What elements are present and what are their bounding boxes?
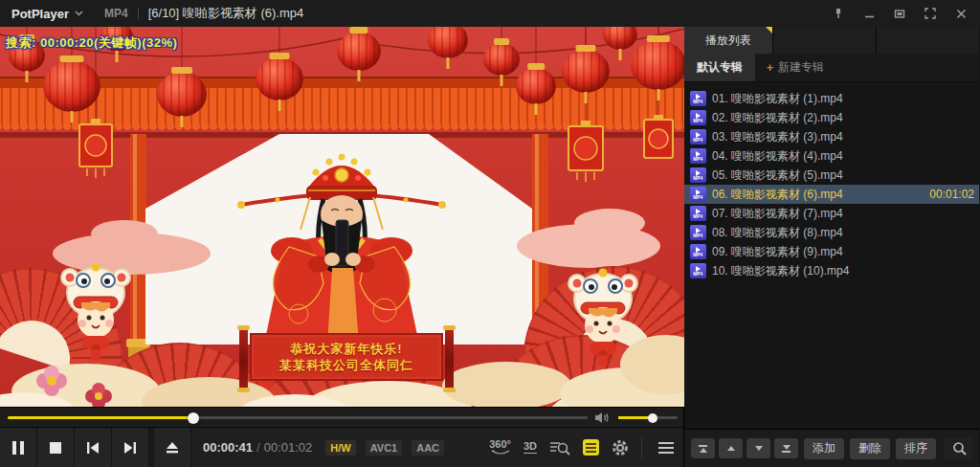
seek-handle[interactable] <box>188 412 199 424</box>
tab-default-album[interactable]: 默认专辑 <box>684 54 755 81</box>
minimize-button[interactable] <box>858 4 880 23</box>
seek-progress <box>8 416 193 419</box>
close-icon <box>956 9 967 19</box>
tab-empty-2[interactable] <box>876 27 979 54</box>
stop-button[interactable] <box>37 428 75 467</box>
playlist-item-9[interactable]: MP4 09. 嗖啪影视素材 (9).mp4 <box>684 242 979 261</box>
settings-gear-icon[interactable] <box>612 439 629 456</box>
lantern <box>516 68 556 104</box>
previous-button[interactable] <box>75 428 112 467</box>
volume-slider[interactable] <box>618 416 678 419</box>
next-button[interactable] <box>112 428 149 467</box>
lantern <box>256 57 303 100</box>
scene-search-button[interactable] <box>549 440 570 456</box>
pause-button[interactable] <box>0 428 37 467</box>
item-label: 10. 嗖啪影视素材 (10).mp4 <box>712 263 849 279</box>
video-stage[interactable]: 恭祝大家新年快乐! 某某科技公司全体同仁 搜索: 00:00:20(关键帧)(3… <box>0 27 684 407</box>
volume-icon[interactable] <box>593 411 611 425</box>
move-down-button[interactable] <box>746 438 770 458</box>
seek-osd-text: 搜索: 00:00:20(关键帧)(32%) <box>6 34 177 52</box>
playlist-item-1[interactable]: MP4 01. 嗖啪影视素材 (1).mp4 <box>684 89 979 108</box>
item-label: 08. 嗖啪影视素材 (8).mp4 <box>712 225 843 241</box>
mp4-file-icon: MP4 <box>690 263 706 278</box>
playlist-tab-label: 播放列表 <box>705 33 751 49</box>
potplayer-window: PotPlayer MP4 [6/10] 嗖啪影视素材 (6).mp4 <box>0 0 980 467</box>
tab-empty-1[interactable] <box>772 27 876 54</box>
previous-icon <box>86 441 100 455</box>
app-name: PotPlayer <box>11 7 69 21</box>
cream-cloud <box>442 362 571 407</box>
titlebar: PotPlayer MP4 [6/10] 嗖啪影视素材 (6).mp4 <box>0 0 980 27</box>
playlist-item-10[interactable]: MP4 10. 嗖啪影视素材 (10).mp4 <box>684 261 979 280</box>
fullscreen-button[interactable] <box>919 4 942 23</box>
eject-button[interactable] <box>154 428 191 467</box>
playlist-item-4[interactable]: MP4 04. 嗖啪影视素材 (4).mp4 <box>684 146 979 166</box>
mp4-file-icon: MP4 <box>690 91 706 106</box>
add-button[interactable]: 添加 <box>804 438 844 459</box>
menu-button[interactable] <box>655 438 678 457</box>
video-3d-button[interactable]: 3D <box>523 441 537 454</box>
lantern <box>483 43 520 76</box>
playlist-search-input[interactable] <box>944 437 972 459</box>
stop-icon <box>50 442 61 454</box>
item-label: 04. 嗖啪影视素材 (4).mp4 <box>712 148 843 165</box>
next-icon <box>123 441 137 455</box>
app-menu-button[interactable]: PotPlayer <box>11 7 83 21</box>
rotate-arc-icon <box>491 450 510 456</box>
volume-handle[interactable] <box>648 413 657 423</box>
item-label: 05. 嗖啪影视素材 (5).mp4 <box>712 167 843 184</box>
playlist-footer: 添加 删除 排序 <box>684 429 979 467</box>
hw-decoding-badge[interactable]: H/W <box>325 440 355 456</box>
video-360-label: 360° <box>489 439 511 450</box>
format-badge: MP4 <box>104 7 128 20</box>
close-button[interactable] <box>949 4 972 23</box>
banner-body: 恭祝大家新年快乐! 某某科技公司全体同仁 <box>250 333 443 381</box>
mp4-file-icon: MP4 <box>690 110 706 125</box>
playlist-item-3[interactable]: MP4 03. 嗖啪影视素材 (3).mp4 <box>684 127 979 146</box>
lantern <box>157 72 207 117</box>
item-duration: 00:01:02 <box>929 188 974 201</box>
playlist-item-6-active[interactable]: MP4 06. 嗖啪影视素材 (6).mp4 00:01:02 <box>684 185 979 204</box>
mp4-file-icon: MP4 <box>690 225 706 240</box>
tab-playlist[interactable]: 播放列表 <box>684 27 772 54</box>
item-label: 01. 嗖啪影视素材 (1).mp4 <box>712 91 843 107</box>
move-top-button[interactable] <box>691 438 715 458</box>
pin-icon <box>833 8 844 19</box>
time-separator: / <box>256 440 260 455</box>
video-360-button[interactable]: 360° <box>489 439 511 456</box>
audio-codec-badge[interactable]: AAC <box>412 440 444 456</box>
seek-bar[interactable] <box>8 416 588 419</box>
playlist-item-5[interactable]: MP4 05. 嗖啪影视素材 (5).mp4 <box>684 166 979 185</box>
delete-button[interactable]: 删除 <box>850 438 890 459</box>
lantern <box>43 60 100 112</box>
mp4-file-icon: MP4 <box>690 206 706 221</box>
maximize-icon <box>894 9 905 19</box>
playlist-items: MP4 01. 嗖啪影视素材 (1).mp4 MP4 02. 嗖啪影视素材 (2… <box>684 82 979 429</box>
move-up-button[interactable] <box>719 438 743 458</box>
lantern <box>631 40 684 90</box>
player-area: 恭祝大家新年快乐! 某某科技公司全体同仁 搜索: 00:00:20(关键帧)(3… <box>0 27 684 467</box>
mp4-file-icon: MP4 <box>690 148 706 164</box>
mp4-file-icon: MP4 <box>690 187 706 202</box>
eject-icon <box>166 441 179 454</box>
maximize-button[interactable] <box>888 4 911 23</box>
pink-cloud <box>91 220 158 247</box>
video-3d-label: 3D <box>523 441 537 454</box>
mp4-file-icon: MP4 <box>690 167 706 183</box>
playlist-item-2[interactable]: MP4 02. 嗖啪影视素材 (2).mp4 <box>684 108 979 127</box>
video-codec-badge[interactable]: AVC1 <box>366 440 403 456</box>
playlist-toggle-button[interactable] <box>583 439 599 456</box>
current-time: 00:00:41 <box>203 440 253 455</box>
move-bottom-button[interactable] <box>774 438 798 458</box>
sort-button[interactable]: 排序 <box>896 438 936 459</box>
banner-rod <box>445 327 454 390</box>
mp4-file-icon: MP4 <box>690 129 706 145</box>
new-album-button[interactable]: + 新建专辑 <box>755 54 835 81</box>
banner-text-line1: 恭祝大家新年快乐! <box>290 342 402 357</box>
item-label: 03. 嗖啪影视素材 (3).mp4 <box>712 129 843 145</box>
playlist-item-7[interactable]: MP4 07. 嗖啪影视素材 (7).mp4 <box>684 204 979 223</box>
playlist-item-8[interactable]: MP4 08. 嗖啪影视素材 (8).mp4 <box>684 223 979 242</box>
pin-button[interactable] <box>827 4 850 23</box>
new-album-label: 新建专辑 <box>778 59 824 76</box>
control-divider <box>641 435 642 460</box>
